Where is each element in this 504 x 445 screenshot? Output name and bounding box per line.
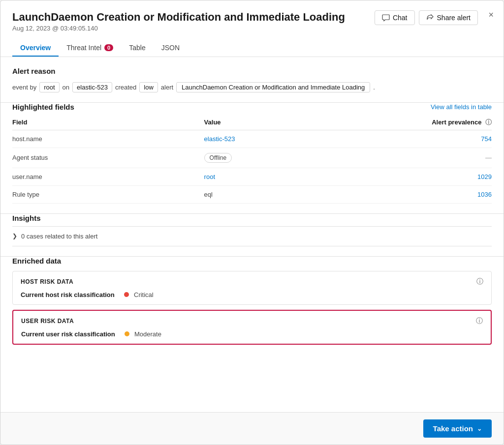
host-risk-card-header: HOST RISK DATA ⓘ	[21, 277, 483, 286]
chat-label: Chat	[393, 14, 408, 22]
username-link[interactable]: root	[204, 173, 215, 180]
ar-text-3: created	[115, 84, 136, 91]
username-prevalence-link[interactable]: 1029	[477, 173, 492, 180]
host-risk-row: Current host risk classification Critica…	[21, 291, 483, 298]
hf-title: Highlighted fields	[12, 103, 74, 111]
ar-text-2: on	[63, 84, 69, 91]
field-name-rule-type: Rule type	[12, 185, 204, 203]
ar-text-5: .	[373, 84, 375, 91]
close-button[interactable]: ×	[486, 8, 496, 21]
field-name-username: user.name	[12, 168, 204, 185]
alert-reason-row: event by root on elastic-523 created low…	[12, 82, 492, 92]
host-risk-label: Current host risk classification	[21, 291, 119, 298]
chevron-down-icon: ⌄	[477, 425, 482, 432]
take-action-label: Take action	[433, 424, 473, 433]
col-prevalence: Alert prevalence ⓘ	[396, 115, 492, 130]
modal-title: LaunchDaemon Creation or Modification an…	[12, 10, 345, 25]
host-risk-card-title: HOST RISK DATA	[21, 278, 73, 285]
share-icon	[426, 14, 434, 22]
user-risk-card-header: USER RISK DATA ⓘ	[21, 317, 483, 326]
host-risk-info-icon[interactable]: ⓘ	[476, 277, 483, 286]
title-block: LaunchDaemon Creation or Modification an…	[12, 10, 345, 38]
threat-intel-label: Threat Intel	[66, 44, 101, 52]
user-risk-info-icon[interactable]: ⓘ	[476, 317, 483, 326]
share-alert-button[interactable]: Share alert	[419, 10, 478, 25]
insights-row[interactable]: ❯ 0 cases related to this alert	[12, 226, 492, 246]
table-row: Agent status Offline —	[12, 148, 492, 168]
user-risk-card-title: USER RISK DATA	[21, 318, 74, 325]
field-name-agent-status: Agent status	[12, 148, 204, 168]
col-field: Field	[12, 115, 204, 130]
tab-overview[interactable]: Overview	[12, 40, 59, 57]
modal-body: Alert reason event by root on elastic-52…	[0, 57, 504, 412]
table-row: Rule type eql 1036	[12, 185, 492, 203]
ar-tag-low: low	[139, 82, 158, 92]
ar-text-4: alert	[161, 84, 173, 91]
enriched-data-title: Enriched data	[12, 257, 492, 265]
hf-header: Highlighted fields View all fields in ta…	[12, 103, 492, 111]
hostname-prevalence-link[interactable]: 754	[481, 135, 492, 143]
field-value-agent-status: Offline	[204, 148, 396, 168]
field-prevalence-agent-status: —	[396, 148, 492, 168]
alert-reason-section: Alert reason event by root on elastic-52…	[0, 57, 504, 102]
modal-header: LaunchDaemon Creation or Modification an…	[0, 0, 504, 57]
chat-button[interactable]: Chat	[375, 10, 415, 25]
field-prevalence-hostname: 754	[396, 130, 492, 148]
field-value-hostname: elastic-523	[204, 130, 396, 148]
field-prevalence-rule-type: 1036	[396, 185, 492, 203]
tab-table[interactable]: Table	[121, 40, 153, 57]
field-value-username: root	[204, 168, 396, 185]
user-risk-card: USER RISK DATA ⓘ Current user risk class…	[12, 310, 492, 345]
header-top: LaunchDaemon Creation or Modification an…	[12, 10, 492, 38]
col-value: Value	[204, 115, 396, 130]
field-prevalence-username: 1029	[396, 168, 492, 185]
cases-label: 0 cases related to this alert	[21, 233, 97, 240]
table-row: host.name elastic-523 754	[12, 130, 492, 148]
rule-type-prevalence-link[interactable]: 1036	[477, 191, 492, 198]
user-risk-dot	[125, 331, 129, 336]
user-risk-value: Moderate	[134, 330, 161, 338]
chevron-right-icon: ❯	[12, 233, 17, 239]
insights-section: Insights ❯ 0 cases related to this alert	[0, 214, 504, 256]
host-risk-dot	[124, 292, 129, 297]
table-row: user.name root 1029	[12, 168, 492, 185]
tabs: Overview Threat Intel 0 Table JSON	[12, 40, 492, 57]
modal-subtitle: Aug 12, 2023 @ 03:49:05.140	[12, 25, 345, 32]
enriched-data-section: Enriched data HOST RISK DATA ⓘ Current h…	[0, 257, 504, 359]
ar-tag-alert-name: LaunchDaemon Creation or Modification an…	[176, 82, 370, 92]
view-all-fields-button[interactable]: View all fields in table	[431, 103, 492, 111]
hostname-link[interactable]: elastic-523	[204, 135, 235, 143]
ar-tag-root: root	[39, 82, 59, 92]
highlighted-fields-section: Highlighted fields View all fields in ta…	[0, 103, 504, 213]
ar-text-1: event by	[12, 84, 36, 91]
chat-icon	[382, 14, 390, 22]
prevalence-info-icon: ⓘ	[485, 119, 492, 126]
field-value-rule-type: eql	[204, 185, 396, 203]
field-name-hostname: host.name	[12, 130, 204, 148]
prevalence-label: Alert prevalence	[432, 119, 481, 126]
tab-json[interactable]: JSON	[154, 40, 188, 57]
insights-title: Insights	[12, 214, 492, 222]
alert-modal: LaunchDaemon Creation or Modification an…	[0, 0, 504, 445]
user-risk-label: Current user risk classification	[21, 330, 120, 338]
modal-footer: Take action ⌄	[0, 412, 504, 445]
host-risk-card: HOST RISK DATA ⓘ Current host risk class…	[12, 271, 492, 305]
ar-tag-elastic: elastic-523	[72, 82, 112, 92]
host-risk-value: Critical	[134, 291, 154, 298]
take-action-button[interactable]: Take action ⌄	[423, 419, 492, 438]
fields-table: Field Value Alert prevalence ⓘ host.name…	[12, 115, 492, 204]
dash: —	[485, 154, 492, 161]
user-risk-row: Current user risk classification Moderat…	[21, 330, 483, 338]
share-label: Share alert	[437, 14, 471, 22]
threat-intel-badge: 0	[104, 44, 113, 51]
tab-threat-intel[interactable]: Threat Intel 0	[59, 40, 121, 57]
alert-reason-title: Alert reason	[12, 67, 492, 75]
offline-badge: Offline	[204, 153, 232, 163]
